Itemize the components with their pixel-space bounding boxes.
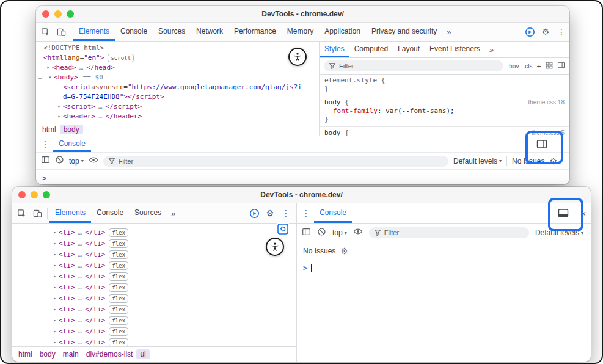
breadcrumb-item-body[interactable]: body — [60, 125, 83, 134]
inspect-element-icon[interactable] — [37, 23, 53, 41]
disclosure-arrow-icon[interactable]: ▸ — [51, 326, 59, 337]
computed-sidebar-icon[interactable] — [557, 60, 565, 71]
flex-badge[interactable]: flex — [109, 338, 128, 346]
breadcrumb-item-main[interactable]: main — [59, 349, 82, 359]
tab-sources[interactable]: Sources — [129, 203, 167, 223]
flex-badge[interactable]: flex — [109, 294, 128, 303]
kebab-menu-icon[interactable]: ⋮ — [278, 203, 294, 223]
disclosure-arrow-icon[interactable]: ▸ — [45, 63, 52, 73]
css-property-name[interactable]: font-family — [333, 107, 378, 115]
settings-gear-icon[interactable]: ⚙ — [538, 23, 554, 41]
disclosure-arrow-icon[interactable]: ▸ — [51, 304, 59, 315]
disclosure-arrow-icon[interactable]: ▸ — [51, 238, 59, 249]
tab-sources[interactable]: Sources — [153, 23, 191, 41]
settings-gear-icon[interactable]: ⚙ — [262, 203, 278, 223]
kebab-menu-icon[interactable]: ⋮ — [554, 23, 569, 41]
disclosure-arrow-icon[interactable]: ▸ — [51, 260, 59, 271]
disclosure-arrow-icon[interactable]: ▸ — [51, 337, 59, 346]
disclosure-arrow-icon[interactable]: ▸ — [51, 227, 59, 238]
flex-badge[interactable]: flex — [109, 327, 128, 336]
dom-node-li[interactable]: ▸<li>…</li>flex — [51, 238, 296, 249]
flex-badge[interactable]: flex — [109, 283, 128, 292]
dom-node-li[interactable]: ▸<li>…</li>flex — [51, 271, 296, 282]
context-selector-dropdown[interactable]: top▾ — [332, 228, 347, 237]
dom-node-script[interactable]: ▸<script>…</script> — [38, 102, 319, 112]
drawer-kebab-menu-icon[interactable]: ⋮ — [298, 203, 314, 223]
css-source-link[interactable]: theme.css:18 — [528, 98, 565, 107]
dom-node-li[interactable]: ▸<li>…</li>flex — [51, 249, 296, 260]
script-src-link[interactable]: "https://www.googletagmanager.com/gtag/j… — [128, 82, 302, 92]
more-tabs-icon[interactable]: » — [485, 42, 498, 57]
clear-console-icon[interactable] — [55, 155, 64, 167]
drawer-kebab-menu-icon[interactable]: ⋮ — [37, 136, 53, 152]
dom-node-li[interactable]: ▸<li>…</li>flex — [51, 315, 296, 326]
new-style-rule-icon[interactable]: + — [536, 62, 541, 71]
grid-overlay-icon[interactable] — [546, 60, 553, 71]
dom-node-html[interactable]: <html lang="en"> scroll — [38, 53, 319, 63]
dock-drawer-to-bottom-icon[interactable] — [558, 203, 569, 223]
dom-node-li[interactable]: ▸<li>…</li>flex — [51, 260, 296, 271]
tab-layout[interactable]: Layout — [393, 42, 425, 57]
disclosure-arrow-icon[interactable]: ▸ — [51, 293, 59, 304]
dom-node-li[interactable]: ▸<li>…</li>flex — [51, 304, 296, 315]
css-source-link[interactable]: theme.css:5 — [532, 129, 565, 136]
console-settings-gear-icon[interactable]: ⚙ — [549, 157, 557, 166]
disclosure-arrow-icon[interactable]: ▸ — [51, 271, 59, 282]
log-levels-dropdown[interactable]: Default levels▾ — [453, 157, 502, 166]
flex-badge[interactable]: flex — [109, 316, 128, 325]
scroll-badge[interactable]: scroll — [108, 54, 134, 62]
close-panel-icon[interactable]: × — [577, 203, 590, 223]
dom-node-header[interactable]: ▸<header>…</header> — [38, 112, 319, 122]
console-sidebar-icon[interactable] — [41, 155, 50, 167]
disclosure-arrow-icon[interactable]: ▸ — [51, 249, 59, 260]
disclosure-arrow-icon[interactable]: ▸ — [56, 112, 63, 122]
issues-counter[interactable]: No Issues — [512, 157, 544, 166]
live-expression-eye-icon[interactable] — [89, 155, 98, 167]
promo-badge-icon[interactable] — [246, 203, 262, 223]
drawer-tab-console[interactable]: Console — [53, 136, 91, 152]
dom-node-gtag-script[interactable]: <script async src="https://www.googletag… — [38, 82, 319, 92]
disclosure-arrow-icon[interactable]: ▸ — [51, 282, 59, 293]
dom-node-li[interactable]: ▸<li>…</li>flex — [51, 227, 296, 238]
css-property-value[interactable]: var(--font-sans) — [386, 107, 450, 115]
console-prompt[interactable]: > — [297, 260, 591, 276]
styles-filter-input[interactable]: Filter — [324, 60, 503, 71]
flex-badge[interactable]: flex — [109, 305, 128, 314]
dom-node-li[interactable]: ▸<li>…</li>flex — [51, 337, 296, 346]
inspect-element-icon[interactable] — [13, 203, 29, 223]
refresh-overlay-icon[interactable] — [277, 223, 289, 235]
more-tabs-icon[interactable]: » — [167, 203, 180, 223]
log-levels-dropdown[interactable]: Default levels▾ — [535, 228, 583, 237]
device-toolbar-icon[interactable] — [53, 23, 69, 41]
context-selector-dropdown[interactable]: top▾ — [69, 157, 84, 166]
disclosure-arrow-icon[interactable]: ▸ — [51, 315, 59, 326]
tab-console[interactable]: Console — [115, 23, 153, 41]
more-tabs-icon[interactable]: » — [442, 23, 455, 41]
console-filter-input[interactable]: Filter — [103, 156, 448, 167]
disclosure-arrow-icon[interactable]: ▸ — [56, 102, 63, 112]
promo-badge-icon[interactable] — [522, 23, 538, 41]
tab-console[interactable]: Console — [91, 203, 129, 223]
disclosure-arrow-icon[interactable]: ▾ — [46, 73, 54, 82]
dom-node-head[interactable]: ▸<head>…</head> — [38, 63, 319, 73]
tab-performance[interactable]: Performance — [228, 23, 282, 41]
dom-node-li[interactable]: ▸<li>…</li>flex — [51, 326, 296, 337]
element-classes-button[interactable]: .cls — [523, 63, 532, 70]
accessibility-person-icon[interactable] — [266, 238, 284, 256]
live-expression-eye-icon[interactable] — [353, 227, 363, 239]
toggle-element-state-button[interactable]: :hov — [508, 63, 519, 70]
console-sidebar-icon[interactable] — [302, 227, 311, 239]
breadcrumb-item-ul[interactable]: ul — [136, 349, 149, 359]
tab-styles[interactable]: Styles — [320, 42, 349, 57]
tab-application[interactable]: Application — [319, 23, 366, 41]
tab-network[interactable]: Network — [191, 23, 228, 41]
console-prompt[interactable]: > — [36, 170, 569, 184]
dom-node-li[interactable]: ▸<li>…</li>flex — [51, 282, 296, 293]
dom-node-body[interactable]: …▾<body>== $0 — [38, 73, 319, 82]
breadcrumb-item-div-demos-list[interactable]: div#demos-list — [82, 349, 137, 359]
tab-memory[interactable]: Memory — [282, 23, 319, 41]
breadcrumb-item-html[interactable]: html — [15, 349, 36, 359]
tab-elements[interactable]: Elements — [49, 203, 91, 223]
script-src-link[interactable]: d=G-754F24EHD8" — [63, 92, 123, 102]
tab-elements[interactable]: Elements — [73, 23, 115, 41]
